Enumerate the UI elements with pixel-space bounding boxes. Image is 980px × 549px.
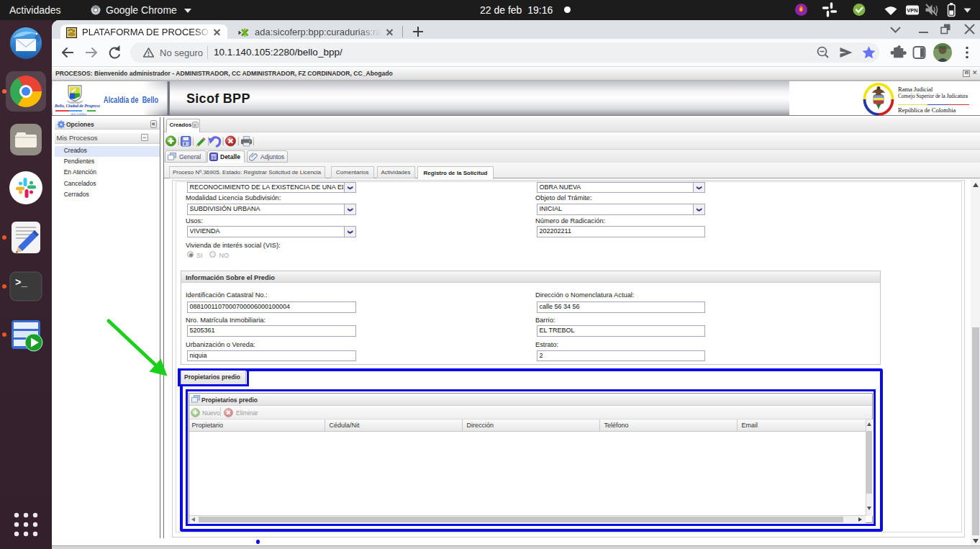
svg-text:>_: >_ xyxy=(15,277,27,289)
svg-text:VPN: VPN xyxy=(907,7,917,14)
